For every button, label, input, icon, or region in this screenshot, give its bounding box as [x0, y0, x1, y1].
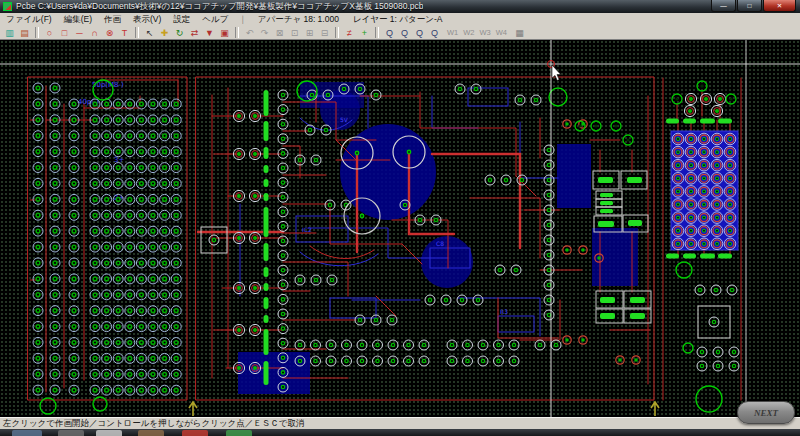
silk-label: C8: [436, 240, 444, 247]
select-tool-icon[interactable]: ↖: [142, 26, 157, 40]
silk-label: R3: [500, 308, 508, 315]
new-file-icon[interactable]: ▥: [2, 26, 17, 40]
courtyard-pad: [209, 235, 219, 245]
copper-pour: [238, 352, 310, 394]
mouse-cursor: [552, 65, 561, 81]
taskbar-item[interactable]: [12, 430, 42, 436]
pad-tool-icon[interactable]: ⊗: [102, 26, 117, 40]
zoom-out-icon[interactable]: Q: [397, 26, 412, 40]
smd-pad-fill: [600, 313, 615, 319]
layer-indicator: レイヤー 1: パターン-A: [346, 14, 450, 26]
taskbar-item[interactable]: [182, 430, 208, 436]
smd-pad-fill: [598, 177, 613, 183]
move-tool-icon[interactable]: ✚: [157, 26, 172, 40]
width-select-w2[interactable]: W2: [463, 28, 474, 37]
silk-ic-outline: [330, 298, 376, 318]
mirror-tool-icon[interactable]: ⇄: [187, 26, 202, 40]
origin-cross-icon[interactable]: +: [357, 26, 372, 40]
menu-item-4[interactable]: 設定: [167, 14, 196, 26]
copy-icon[interactable]: ⊡: [287, 26, 302, 40]
smd-pad-fill: [600, 209, 613, 213]
aperture-indicator: アパーチャ 18: 1.000: [251, 14, 346, 26]
zoom-region-icon[interactable]: Q: [412, 26, 427, 40]
toolbar-separator: [375, 27, 379, 38]
taskbar-item[interactable]: [58, 430, 84, 436]
minimize-button[interactable]: —: [711, 0, 736, 12]
mid-board-pad-pairs: [233, 110, 260, 373]
menu-item-0[interactable]: ファイル(F): [0, 14, 58, 26]
left-board-pin-column: [69, 99, 79, 395]
title-bar[interactable]: Pcbe C:¥Users¥da¥Documents¥技術¥の12¥ココアチップ…: [0, 0, 800, 13]
right-board-top-cluster: [672, 81, 736, 104]
taskbar-item[interactable]: [96, 430, 122, 436]
smd-pad-fill: [630, 313, 645, 319]
undo-icon[interactable]: ↶: [242, 26, 257, 40]
right-board-pad-grid: [672, 133, 736, 249]
toolbar-separator: [35, 27, 39, 38]
mid-board-pin-column: [278, 90, 288, 392]
mounting-hole: [676, 262, 692, 278]
width-select-w1[interactable]: W1: [447, 28, 458, 37]
width-select-w4[interactable]: W4: [496, 28, 507, 37]
width-select-w3[interactable]: W3: [480, 28, 491, 37]
svg-text:5V: 5V: [340, 116, 349, 123]
cut-icon[interactable]: ⊠: [272, 26, 287, 40]
smd-pad-fill: [598, 221, 614, 227]
grid-toggle-icon[interactable]: ▦: [512, 26, 527, 40]
silk-label: IC2: [302, 226, 312, 233]
menu-separator: ｜: [234, 14, 250, 26]
mounting-hole: [683, 343, 693, 353]
svg-text:IC2: IC2: [302, 226, 312, 233]
toolbar-separator: [335, 27, 339, 38]
close-button[interactable]: ✕: [763, 0, 796, 12]
copper-pour: [557, 144, 591, 208]
menu-item-1[interactable]: 編集(E): [58, 14, 98, 26]
silk-ic-outline: [468, 88, 508, 106]
app-icon: [3, 2, 12, 11]
pcb-canvas[interactable]: 50p(M8-)40p(-)3+2+IC2C8R35V5P: [0, 40, 800, 417]
rotate-tool-icon[interactable]: ↻: [172, 26, 187, 40]
maximize-button[interactable]: □: [737, 0, 762, 12]
circle-tool-icon[interactable]: ○: [42, 26, 57, 40]
windows-taskbar[interactable]: [0, 429, 800, 436]
mid-board-bottom-rows: [447, 340, 519, 366]
menu-item-3[interactable]: 表示(V): [127, 14, 167, 26]
origin-arrow: [651, 402, 659, 416]
smd-pad-fill: [630, 297, 645, 303]
line-tool-icon[interactable]: ─: [72, 26, 87, 40]
mounting-hole: [93, 397, 107, 411]
left-board-pin-column: [50, 83, 60, 395]
zoom-in-icon[interactable]: Q: [382, 26, 397, 40]
right-board-lower-pads: [695, 285, 739, 371]
silk-ic-outline: [498, 316, 534, 332]
origin-arrow: [189, 402, 197, 416]
menu-item-2[interactable]: 作画: [98, 14, 127, 26]
paste-icon[interactable]: ⊞: [302, 26, 317, 40]
green-dash-row: [666, 119, 732, 124]
text-tool-icon[interactable]: T: [117, 26, 132, 40]
delete-tool-icon[interactable]: ▼: [202, 26, 217, 40]
fill-tool-icon[interactable]: ▣: [217, 26, 232, 40]
rect-tool-icon[interactable]: □: [57, 26, 72, 40]
save-file-icon[interactable]: ▤: [17, 26, 32, 40]
left-board-outline: [28, 77, 187, 400]
pcbe-window: Pcbe C:¥Users¥da¥Documents¥技術¥の12¥ココアチップ…: [0, 0, 800, 436]
zoom-fit-icon[interactable]: Q: [427, 26, 442, 40]
taskbar-item[interactable]: [226, 430, 252, 436]
arc-tool-icon[interactable]: ∩: [87, 26, 102, 40]
pcb-drawing: 50p(M8-)40p(-)3+2+IC2C8R35V5P: [0, 40, 800, 417]
toolbar-separator: [235, 27, 239, 38]
redo-icon[interactable]: ↷: [257, 26, 272, 40]
menu-bar: ファイル(F)編集(E)作画表示(V)設定ヘルプ｜アパーチャ 18: 1.000…: [0, 13, 800, 26]
copper-pour: [421, 236, 473, 288]
group-icon[interactable]: ⊟: [317, 26, 332, 40]
menu-item-5[interactable]: ヘルプ: [196, 14, 234, 26]
left-board-pad-grid: [90, 99, 181, 395]
status-text: 左クリックで作画開始／コントロールを押しながらクリック点／ＥＳＣで取消: [3, 418, 304, 430]
taskbar-item[interactable]: [138, 430, 164, 436]
drc-check-icon[interactable]: ≠: [342, 26, 357, 40]
green-dash-row: [666, 254, 732, 259]
smd-pad-fill: [600, 297, 615, 303]
mid-board-bottom-rows: [295, 340, 429, 366]
overlay-next-button[interactable]: NEXT: [737, 401, 795, 424]
